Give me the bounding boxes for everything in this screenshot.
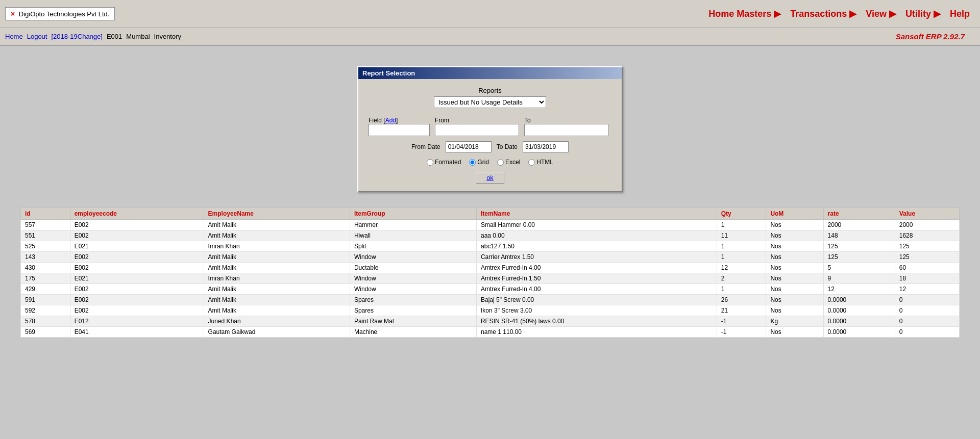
table-cell-employeecode: E002 — [70, 252, 204, 263]
table-cell-id: 557 — [21, 220, 70, 230]
reports-select[interactable]: Issued but No Usage Details — [434, 96, 546, 108]
to-date-input[interactable]: 31/03/2019 — [523, 141, 569, 152]
table-cell-employeecode: E002 — [70, 230, 204, 241]
table-cell-value: 0 — [895, 327, 959, 338]
table-cell-itemname: Small Hammer 0.00 — [476, 220, 717, 230]
table-cell-itemname: aaa 0.00 — [476, 230, 717, 241]
table-container: id employeecode EmployeeName ItemGroup I… — [10, 208, 970, 338]
table-body: 557E002Amit MalikHammerSmall Hammer 0.00… — [21, 220, 960, 338]
col-uom: UoM — [766, 208, 823, 220]
table-cell-itemname: abc127 1.50 — [476, 241, 717, 252]
table-cell-employeecode: E021 — [70, 273, 204, 284]
radio-grid-input[interactable] — [469, 159, 476, 166]
radio-grid[interactable]: Grid — [469, 159, 489, 166]
logout-link[interactable]: Logout — [27, 33, 47, 40]
table-cell-employeename: Amit Malik — [204, 220, 350, 230]
main-content: Report Selection Reports Issued but No U… — [0, 46, 980, 439]
table-cell-employeecode: E002 — [70, 263, 204, 273]
table-cell-uom: Nos — [766, 241, 823, 252]
from-input[interactable] — [435, 124, 519, 136]
data-table: id employeecode EmployeeName ItemGroup I… — [20, 208, 960, 338]
table-row: 578E012Juned KhanPaint Raw MatRESIN SR-4… — [21, 316, 960, 327]
table-cell-employeename: Juned Khan — [204, 316, 350, 327]
table-row: 430E002Amit MalikDuctableAmtrex Furred-I… — [21, 263, 960, 273]
radio-row: Formated Grid Excel HTML — [369, 159, 611, 166]
table-cell-value: 125 — [895, 241, 959, 252]
report-selection-dialog: Report Selection Reports Issued but No U… — [357, 66, 623, 192]
ok-row: ok — [369, 172, 611, 184]
table-cell-uom: Nos — [766, 295, 823, 305]
table-cell-employeename: Amit Malik — [204, 263, 350, 273]
app-title-box: × DigiOpto Technologies Pvt Ltd. — [5, 7, 115, 20]
table-cell-itemname: Carrier Amtrex 1.50 — [476, 252, 717, 263]
close-button[interactable]: × — [11, 10, 15, 18]
nav-menu: Home Masters ▶ Transactions ▶ View ▶ Uti… — [708, 8, 980, 19]
radio-formated-input[interactable] — [427, 159, 433, 166]
table-cell-itemname: Bajaj 5" Screw 0.00 — [476, 295, 717, 305]
table-cell-value: 18 — [895, 273, 959, 284]
col-rate: rate — [823, 208, 895, 220]
table-cell-uom: Kg — [766, 316, 823, 327]
nav-view[interactable]: View ▶ — [866, 8, 896, 19]
field-label: Field [Add] — [369, 117, 398, 124]
table-cell-employeecode: E002 — [70, 220, 204, 230]
to-container: To — [524, 116, 608, 136]
table-cell-itemname: name 1 110.00 — [476, 327, 717, 338]
table-cell-rate: 2000 — [823, 220, 895, 230]
nav-help[interactable]: Help — [950, 9, 970, 19]
table-cell-id: 429 — [21, 284, 70, 295]
table-cell-qty: 1 — [717, 252, 766, 263]
radio-excel[interactable]: Excel — [497, 159, 520, 166]
from-date-input[interactable]: 01/04/2018 — [446, 141, 492, 152]
radio-html-input[interactable] — [528, 159, 535, 166]
radio-formated[interactable]: Formated — [427, 159, 461, 166]
table-cell-id: 430 — [21, 263, 70, 273]
col-itemname: ItemName — [476, 208, 717, 220]
col-value: Value — [895, 208, 959, 220]
table-cell-qty: 26 — [717, 295, 766, 305]
table-cell-itemgroup: Ductable — [350, 263, 476, 273]
home-link[interactable]: Home — [5, 33, 23, 40]
table-cell-employeecode: E002 — [70, 295, 204, 305]
add-link[interactable]: Add — [385, 117, 396, 124]
year-change[interactable]: [2018-19Change] — [51, 33, 102, 40]
field-input[interactable] — [369, 124, 430, 136]
table-cell-value: 0 — [895, 295, 959, 305]
nav-home-masters[interactable]: Home Masters ▶ — [708, 8, 781, 19]
radio-html[interactable]: HTML — [528, 159, 553, 166]
table-cell-itemgroup: Window — [350, 252, 476, 263]
nav-utility[interactable]: Utility ▶ — [905, 8, 941, 19]
table-row: 569E041Gautam GaikwadMachinename 1 110.0… — [21, 327, 960, 338]
table-cell-rate: 0.0000 — [823, 305, 895, 316]
table-cell-uom: Nos — [766, 263, 823, 273]
table-cell-uom: Nos — [766, 220, 823, 230]
table-cell-rate: 0.0000 — [823, 295, 895, 305]
table-cell-employeecode: E012 — [70, 316, 204, 327]
ok-button[interactable]: ok — [476, 172, 504, 184]
table-cell-itemgroup: Paint Raw Mat — [350, 316, 476, 327]
table-cell-qty: 2 — [717, 273, 766, 284]
table-cell-rate: 125 — [823, 252, 895, 263]
reports-label: Reports — [369, 87, 611, 94]
to-label: To — [524, 117, 531, 124]
radio-excel-input[interactable] — [497, 159, 504, 166]
table-cell-uom: Nos — [766, 252, 823, 263]
location: Mumbai — [126, 33, 150, 40]
table-header-row: id employeecode EmployeeName ItemGroup I… — [21, 208, 960, 220]
table-cell-rate: 12 — [823, 284, 895, 295]
table-cell-itemgroup: Window — [350, 284, 476, 295]
nav-transactions[interactable]: Transactions ▶ — [790, 8, 856, 19]
table-cell-value: 2000 — [895, 220, 959, 230]
dialog-title: Report Selection — [362, 69, 415, 77]
table-cell-employeename: Imran Khan — [204, 273, 350, 284]
to-input[interactable] — [524, 124, 608, 136]
table-cell-id: 525 — [21, 241, 70, 252]
table-cell-qty: 11 — [717, 230, 766, 241]
table-cell-itemgroup: Spares — [350, 295, 476, 305]
table-cell-id: 175 — [21, 273, 70, 284]
col-employeename: EmployeeName — [204, 208, 350, 220]
table-cell-itemname: Amtrex Furred-In 4.00 — [476, 263, 717, 273]
table-cell-employeecode: E002 — [70, 284, 204, 295]
from-label: From — [435, 117, 449, 124]
table-cell-itemname: Amtrex Furred-In 4.00 — [476, 284, 717, 295]
